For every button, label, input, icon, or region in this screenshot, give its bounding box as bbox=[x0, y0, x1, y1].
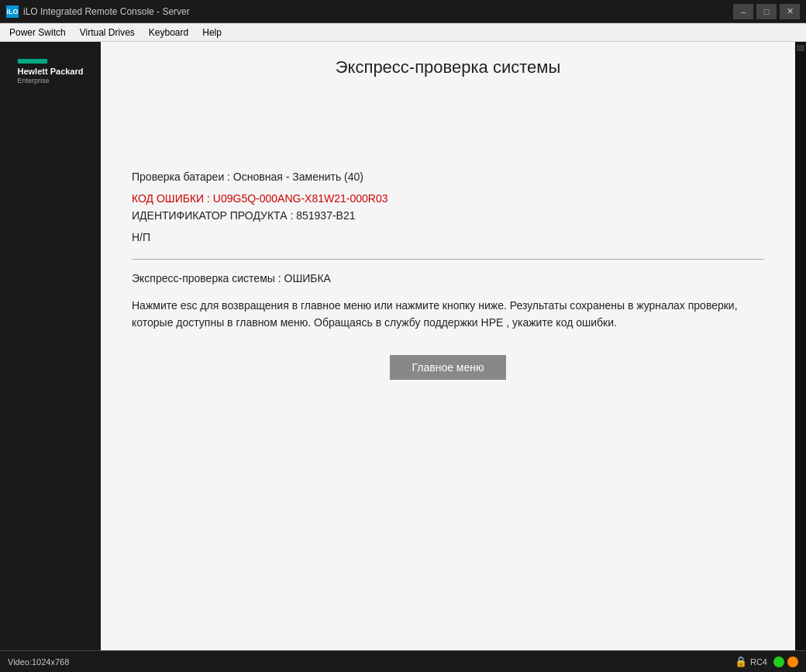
battery-check-text: Проверка батареи : Основная - Заменить (… bbox=[132, 171, 764, 183]
close-button[interactable]: ✕ bbox=[780, 4, 800, 19]
check-result-text: Экспресс-проверка системы : ОШИБКА bbox=[132, 272, 764, 284]
main-menu-button[interactable]: Главное меню bbox=[390, 355, 505, 380]
window-title: iLO Integrated Remote Console - Server bbox=[23, 6, 190, 17]
content-body: Проверка батареи : Основная - Заменить (… bbox=[132, 171, 764, 380]
right-indicator bbox=[797, 45, 804, 51]
status-dots bbox=[773, 656, 798, 667]
dot-orange bbox=[787, 656, 798, 667]
app-icon: iLO bbox=[6, 5, 19, 18]
right-strip bbox=[795, 42, 806, 650]
status-right: 🔒 RC4 bbox=[735, 656, 798, 667]
hpe-brand-bar bbox=[18, 59, 47, 64]
title-bar: iLO iLO Integrated Remote Console - Serv… bbox=[0, 0, 806, 23]
dot-green bbox=[773, 656, 784, 667]
rc4-badge: 🔒 RC4 bbox=[735, 656, 767, 667]
hpe-logo: Hewlett Packard Enterprise bbox=[10, 53, 91, 91]
menu-power-switch[interactable]: Power Switch bbox=[3, 24, 72, 41]
main-container: Hewlett Packard Enterprise Экспресс-пров… bbox=[0, 42, 806, 650]
lock-icon: 🔒 bbox=[735, 656, 747, 667]
sidebar: Hewlett Packard Enterprise bbox=[0, 42, 101, 650]
divider bbox=[132, 259, 764, 260]
hpe-brand-sub: Enterprise bbox=[18, 77, 50, 84]
menu-keyboard[interactable]: Keyboard bbox=[143, 24, 195, 41]
content-area: Экспресс-проверка системы Проверка батар… bbox=[101, 42, 795, 650]
hpe-brand-name: Hewlett Packard bbox=[18, 67, 84, 77]
status-bar: Video:1024x768 🔒 RC4 bbox=[0, 650, 806, 672]
minimize-button[interactable]: – bbox=[733, 4, 753, 19]
error-code-text: КОД ОШИБКИ : U09G5Q-000ANG-X81W21-000R03 bbox=[132, 192, 764, 205]
title-bar-left: iLO iLO Integrated Remote Console - Serv… bbox=[6, 5, 190, 18]
page-title: Экспресс-проверка системы bbox=[132, 57, 764, 78]
title-bar-controls: – □ ✕ bbox=[733, 4, 800, 19]
maximize-button[interactable]: □ bbox=[756, 4, 777, 19]
rc4-label: RC4 bbox=[750, 657, 767, 667]
menu-help[interactable]: Help bbox=[196, 24, 228, 41]
video-info: Video:1024x768 bbox=[8, 657, 69, 667]
product-id-text: ИДЕНТИФИКАТОР ПРОДУКТА : 851937-B21 bbox=[132, 209, 764, 222]
menu-virtual-drives[interactable]: Virtual Drives bbox=[74, 24, 141, 41]
menu-bar: Power Switch Virtual Drives Keyboard Hel… bbox=[0, 23, 806, 42]
button-row: Главное меню bbox=[132, 355, 764, 380]
instructions-text: Нажмите esc для возвращения в главное ме… bbox=[132, 297, 764, 332]
na-text: Н/П bbox=[132, 231, 764, 243]
